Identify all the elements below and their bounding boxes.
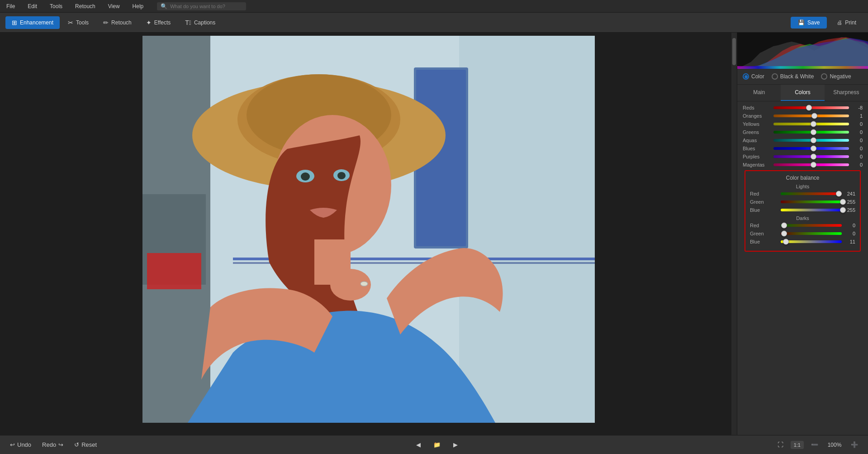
- redo-button[interactable]: Redo ↪: [39, 440, 66, 450]
- scrollbar-thumb[interactable]: [732, 38, 736, 65]
- negative-radio-dot[interactable]: [821, 73, 827, 80]
- canvas-vertical-scrollbar[interactable]: [731, 33, 737, 435]
- color-radio-dot[interactable]: [743, 73, 749, 80]
- slider-row-aquas: Aquas 0: [743, 138, 863, 143]
- zoom-out-button[interactable]: ➖: [808, 440, 821, 450]
- effects-button[interactable]: ✦ Effects: [140, 16, 177, 29]
- print-button[interactable]: 🖨 Print: [830, 17, 863, 29]
- light-red-slider[interactable]: [781, 192, 842, 195]
- browse-button[interactable]: 📁: [431, 440, 443, 450]
- slider-row-oranges: Oranges 1: [743, 113, 863, 119]
- dark-red-thumb[interactable]: [781, 223, 787, 229]
- canvas-area[interactable]: [0, 33, 737, 435]
- bw-radio-dot[interactable]: [772, 73, 778, 80]
- magentas-slider[interactable]: [773, 163, 849, 166]
- reset-button[interactable]: ↺ Reset: [71, 440, 100, 450]
- color-mode-negative[interactable]: Negative: [821, 73, 851, 80]
- yellows-value: 0: [852, 121, 863, 127]
- oranges-slider[interactable]: [773, 115, 849, 117]
- color-mode-bw-label: Black & White: [780, 73, 814, 80]
- ratio-button[interactable]: 1:1: [791, 441, 804, 449]
- effects-icon: ✦: [146, 19, 152, 26]
- main-area: Color Black & White Negative Main Colors…: [0, 33, 868, 435]
- search-bar[interactable]: 🔍: [157, 2, 246, 10]
- captions-button[interactable]: T⃥ Captions: [179, 16, 222, 29]
- light-green-slider[interactable]: [781, 201, 842, 203]
- color-mode-row: Color Black & White Negative: [737, 69, 868, 85]
- light-blue-value: 255: [844, 207, 855, 213]
- dark-blue-value: 11: [844, 239, 855, 244]
- bottom-center: ◀ 📁 ▶: [413, 440, 460, 450]
- print-icon: 🖨: [837, 19, 842, 26]
- yellows-slider[interactable]: [773, 123, 849, 125]
- reds-thumb[interactable]: [806, 105, 812, 111]
- aquas-label: Aquas: [743, 138, 771, 143]
- tools-button[interactable]: ✂ Tools: [62, 16, 95, 29]
- reds-slider[interactable]: [773, 106, 849, 109]
- menu-view[interactable]: View: [105, 2, 123, 10]
- menubar: File Edit Tools Retouch View Help 🔍: [0, 0, 868, 13]
- zoom-in-button[interactable]: ➕: [848, 440, 861, 450]
- greens-thumb[interactable]: [811, 129, 816, 135]
- captions-label: Captions: [194, 19, 215, 26]
- retouch-button[interactable]: ✏ Retouch: [97, 16, 138, 29]
- purples-slider[interactable]: [773, 155, 849, 158]
- purples-value: 0: [852, 154, 863, 159]
- next-icon: ▶: [453, 441, 458, 448]
- save-icon: 💾: [798, 19, 805, 26]
- aquas-value: 0: [852, 138, 863, 143]
- fullscreen-button[interactable]: ⛶: [775, 440, 786, 450]
- enhancement-button[interactable]: ⊞ Enhancement: [5, 16, 60, 29]
- dark-red-slider[interactable]: [781, 224, 842, 227]
- menu-help[interactable]: Help: [130, 2, 147, 10]
- greens-slider[interactable]: [773, 131, 849, 134]
- light-blue-slider[interactable]: [781, 209, 842, 211]
- menu-file[interactable]: File: [4, 2, 18, 10]
- next-button[interactable]: ▶: [451, 440, 460, 450]
- dark-green-slider[interactable]: [781, 232, 842, 235]
- oranges-label: Oranges: [743, 113, 771, 119]
- light-blue-label: Blue: [750, 207, 778, 213]
- oranges-thumb[interactable]: [811, 113, 817, 119]
- enhancement-icon: ⊞: [12, 19, 17, 26]
- blues-slider[interactable]: [773, 147, 849, 150]
- bottom-right: ⛶ 1:1 ➖ 100% ➕: [775, 440, 861, 450]
- aquas-thumb[interactable]: [811, 138, 816, 143]
- dark-blue-label: Blue: [750, 239, 778, 244]
- fullscreen-icon: ⛶: [778, 441, 783, 448]
- light-blue-thumb[interactable]: [840, 207, 846, 213]
- dark-green-thumb[interactable]: [781, 231, 787, 237]
- light-red-thumb[interactable]: [836, 191, 842, 197]
- histogram: [737, 33, 868, 69]
- search-input[interactable]: [170, 4, 242, 9]
- magentas-thumb[interactable]: [811, 162, 816, 168]
- dark-blue-thumb[interactable]: [783, 239, 789, 245]
- yellows-thumb[interactable]: [811, 121, 816, 127]
- slider-row-blues: Blues 0: [743, 146, 863, 151]
- undo-button[interactable]: ↩ Undo: [7, 440, 34, 450]
- sliders-section: Reds -8 Oranges 1 Yellows: [737, 101, 868, 435]
- save-button[interactable]: 💾 Save: [791, 17, 827, 29]
- slider-row-light-green: Green 255: [750, 199, 855, 205]
- svg-point-15: [301, 172, 310, 181]
- color-mode-bw[interactable]: Black & White: [772, 73, 814, 80]
- toolbar-left: ⊞ Enhancement ✂ Tools ✏ Retouch ✦ Effect…: [5, 16, 222, 29]
- blues-thumb[interactable]: [811, 146, 816, 152]
- tab-sharpness[interactable]: Sharpness: [825, 85, 868, 101]
- prev-button[interactable]: ◀: [413, 440, 423, 450]
- light-red-label: Red: [750, 191, 778, 196]
- save-label: Save: [807, 19, 820, 26]
- color-mode-color[interactable]: Color: [743, 73, 764, 80]
- purples-thumb[interactable]: [811, 154, 816, 160]
- menu-tools[interactable]: Tools: [47, 2, 65, 10]
- menu-retouch[interactable]: Retouch: [72, 2, 98, 10]
- tab-colors[interactable]: Colors: [781, 85, 824, 101]
- menu-edit[interactable]: Edit: [25, 2, 40, 10]
- slider-row-light-red: Red 241: [750, 191, 855, 196]
- light-green-value: 255: [844, 199, 855, 205]
- zoom-in-icon: ➕: [851, 441, 858, 448]
- dark-blue-slider[interactable]: [781, 240, 842, 243]
- tab-main[interactable]: Main: [737, 85, 781, 101]
- light-green-thumb[interactable]: [840, 199, 846, 205]
- aquas-slider[interactable]: [773, 139, 849, 142]
